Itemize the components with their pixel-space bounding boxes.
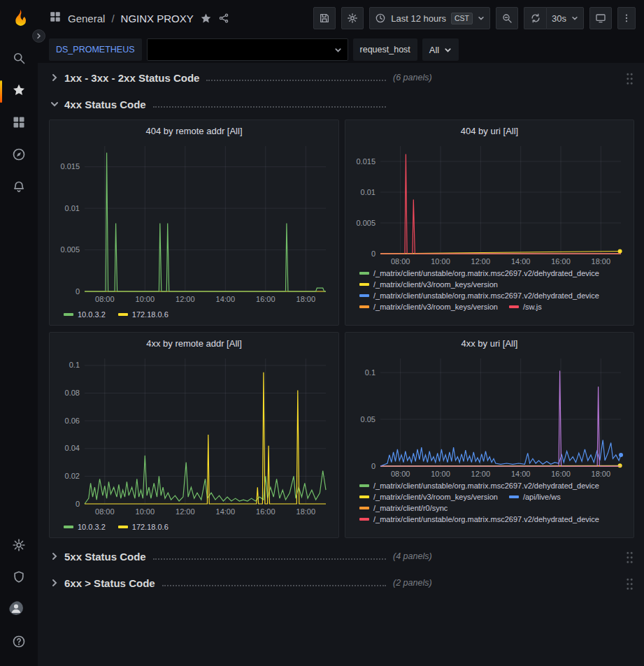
sidebar-item-profile[interactable] — [0, 595, 38, 627]
sidebar-item-dashboards[interactable] — [0, 108, 38, 140]
drag-handle[interactable] — [625, 71, 633, 85]
refresh-interval-picker[interactable]: 30s — [546, 7, 584, 29]
time-series-chart[interactable]: 00.020.040.060.080.108:0010:0012:0014:00… — [55, 352, 333, 518]
dashboard-row-5xx[interactable]: 5xx Status Code (4 panels) — [49, 546, 634, 567]
panel-title[interactable]: 4xx by uri [All] — [351, 336, 628, 352]
row-title: 6xx > Status Code — [64, 577, 155, 589]
breadcrumb-separator: / — [111, 13, 114, 24]
grafana-logo-icon[interactable] — [7, 7, 31, 31]
chevron-right-icon — [49, 551, 60, 562]
legend-item[interactable]: 172.18.0.6 — [118, 523, 169, 531]
panel-title[interactable]: 404 by uri [All] — [351, 124, 628, 139]
legend-item[interactable]: /_matrix/client/unstable/org.matrix.msc2… — [359, 269, 599, 277]
legend-item[interactable]: /_matrix/client/unstable/org.matrix.msc2… — [359, 482, 599, 490]
gear-icon — [347, 13, 358, 24]
panel-title[interactable]: 4xx by remote addr [All] — [55, 336, 333, 352]
datasource-variable-label[interactable]: DS_PROMETHEUS — [49, 38, 142, 61]
svg-text:08:00: 08:00 — [95, 507, 115, 516]
legend-item[interactable]: 172.18.0.6 — [118, 310, 169, 319]
sidebar-item-settings[interactable] — [0, 530, 38, 563]
legend-item[interactable]: /_matrix/client/unstable/org.matrix.msc2… — [359, 515, 599, 523]
help-icon — [12, 635, 26, 651]
sidebar-item-alerting[interactable] — [0, 172, 38, 204]
svg-text:14:00: 14:00 — [216, 295, 236, 303]
sidebar-item-help[interactable] — [0, 627, 38, 659]
save-dashboard-button[interactable] — [313, 7, 336, 29]
svg-text:16:00: 16:00 — [551, 470, 571, 478]
favorite-star-icon[interactable] — [200, 13, 212, 24]
sidebar-item-starred[interactable] — [0, 75, 38, 108]
row-panel-count: (2 panels) — [393, 578, 432, 588]
breadcrumb-folder[interactable]: General — [68, 13, 105, 24]
dashboard-scroll-area[interactable]: 1xx - 3xx - 2xx Status Code (6 panels) 4… — [38, 63, 644, 666]
star-icon — [12, 83, 26, 100]
share-icon[interactable] — [218, 13, 229, 24]
dashboard-row-4xx[interactable]: 4xx Status Code — [49, 94, 634, 115]
drag-handle[interactable] — [625, 577, 633, 590]
panel-title[interactable]: 404 by remote addr [All] — [55, 124, 333, 139]
dashboard-row-6xx[interactable]: 6xx > Status Code (2 panels) — [49, 572, 634, 593]
svg-text:08:00: 08:00 — [95, 295, 115, 303]
chevron-down-icon — [334, 46, 342, 54]
time-series-chart[interactable]: 00.0050.010.01508:0010:0012:0014:0016:00… — [351, 139, 628, 268]
top-navbar: General / NGINX PROXY L — [38, 0, 644, 36]
dashboard-title[interactable]: NGINX PROXY — [121, 13, 194, 24]
request-host-select[interactable]: All — [422, 38, 459, 61]
tv-mode-button[interactable] — [589, 7, 612, 29]
svg-text:0.02: 0.02 — [65, 472, 80, 480]
bell-icon — [12, 180, 26, 196]
panel-legend: 10.0.3.2172.18.0.6 — [55, 518, 333, 535]
dashboards-grid-icon — [12, 115, 26, 132]
svg-text:0.04: 0.04 — [65, 444, 80, 452]
panel-legend: 10.0.3.2172.18.0.6 — [55, 305, 333, 322]
main-area: General / NGINX PROXY L — [38, 0, 644, 666]
svg-text:0.05: 0.05 — [361, 415, 375, 424]
dashboard-row-1xx-3xx-2xx[interactable]: 1xx - 3xx - 2xx Status Code (6 panels) — [49, 67, 634, 88]
svg-text:0: 0 — [76, 500, 80, 508]
sidebar-item-search[interactable] — [0, 43, 38, 75]
svg-text:0.01: 0.01 — [361, 188, 375, 196]
sidebar-bottom — [0, 530, 38, 659]
legend-item[interactable]: /sw.js — [509, 303, 542, 311]
legend-item[interactable]: /_matrix/client/unstable/org.matrix.msc2… — [359, 291, 599, 300]
legend-label: /api/live/ws — [523, 493, 561, 501]
time-series-chart[interactable]: 00.050.108:0010:0012:0014:0016:0018:00 — [351, 352, 628, 480]
sidebar-expand-button[interactable] — [32, 29, 45, 43]
legend-item[interactable]: 10.0.3.2 — [64, 310, 106, 319]
svg-text:12:00: 12:00 — [471, 470, 491, 478]
legend-label: /_matrix/client/v3/room_keys/version — [373, 303, 498, 311]
timezone-badge: CST — [451, 13, 473, 24]
drag-handle[interactable] — [625, 550, 633, 563]
row-dotted-leader — [153, 106, 386, 108]
legend-item[interactable]: /_matrix/client/v3/room_keys/version — [359, 493, 498, 501]
row-dotted-leader — [162, 585, 386, 586]
chevron-down-icon — [444, 46, 452, 54]
sidebar-item-explore[interactable] — [0, 140, 38, 172]
avatar — [9, 601, 29, 621]
refresh-dashboard-button[interactable] — [524, 7, 546, 29]
request-host-select-value: All — [429, 45, 439, 55]
legend-item[interactable]: /_matrix/client/r0/sync — [359, 504, 448, 512]
svg-text:14:00: 14:00 — [216, 507, 236, 516]
row-panel-count: (6 panels) — [393, 73, 432, 82]
dashboard-settings-button[interactable] — [341, 7, 364, 29]
time-series-chart[interactable]: 00.0050.010.01508:0010:0012:0014:0016:00… — [55, 139, 333, 305]
more-options-button[interactable] — [617, 7, 636, 29]
svg-text:18:00: 18:00 — [592, 470, 611, 478]
refresh-interval-label: 30s — [552, 13, 566, 24]
legend-item[interactable]: /_matrix/client/v3/room_keys/version — [359, 303, 498, 311]
sidebar-item-server-admin[interactable] — [0, 563, 38, 595]
legend-item[interactable]: 10.0.3.2 — [64, 523, 106, 531]
shield-icon — [12, 570, 26, 587]
zoom-out-time-button[interactable] — [496, 7, 518, 29]
svg-text:12:00: 12:00 — [471, 257, 491, 266]
legend-item[interactable]: /_matrix/client/v3/room_keys/version — [359, 280, 498, 289]
time-range-picker[interactable]: Last 12 hours CST — [369, 7, 490, 29]
time-range-label: Last 12 hours — [391, 13, 446, 24]
svg-text:08:00: 08:00 — [391, 257, 410, 266]
request-host-variable-label[interactable]: request_host — [353, 38, 417, 61]
panel-404-by-remote-addr: 404 by remote addr [All] 00.0050.010.015… — [49, 120, 339, 326]
datasource-select[interactable] — [147, 38, 348, 61]
legend-item[interactable]: /api/live/ws — [509, 493, 561, 501]
svg-text:0: 0 — [371, 462, 375, 470]
